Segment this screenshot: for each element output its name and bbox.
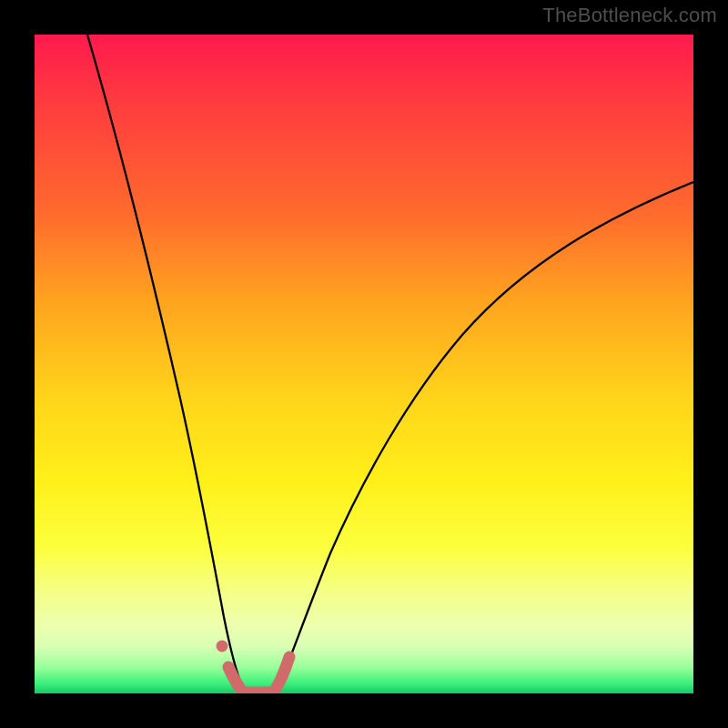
- left-dot-marker: [217, 641, 228, 652]
- plot-area: [35, 35, 693, 693]
- watermark-text: TheBottleneck.com: [542, 4, 717, 27]
- left-curve: [87, 35, 246, 693]
- valley-marker-path: [228, 657, 289, 693]
- right-curve: [276, 182, 693, 693]
- curve-layer: [35, 35, 693, 693]
- outer-frame: TheBottleneck.com: [0, 0, 728, 728]
